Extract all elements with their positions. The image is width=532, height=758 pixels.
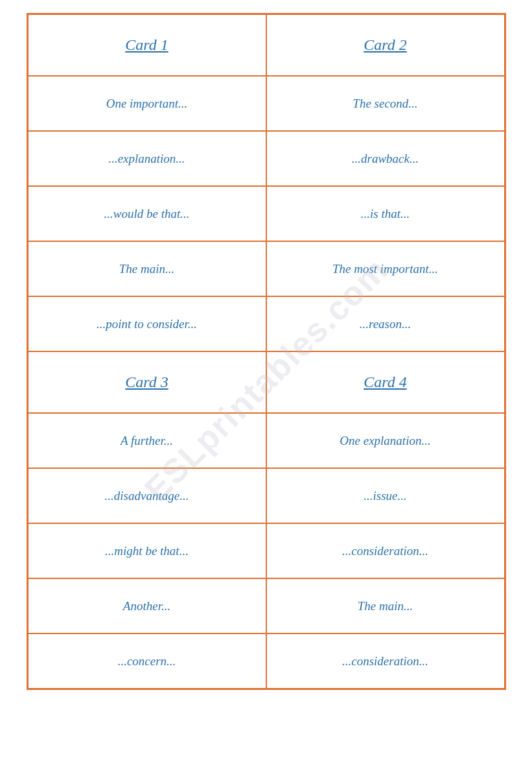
card-phrase: ...concern... xyxy=(118,654,176,669)
card-cell-11-0: ...concern... xyxy=(28,634,266,689)
card-phrase: The main... xyxy=(119,262,175,276)
card-cell-3-1: ...is that... xyxy=(266,186,505,241)
grid-row: ...point to consider......reason... xyxy=(28,296,505,351)
grid-row: Card 3Card 4 xyxy=(28,351,505,413)
grid-row: ...explanation......drawback... xyxy=(28,131,505,186)
grid-row: ...would be that......is that... xyxy=(28,186,505,241)
card-phrase: Another... xyxy=(123,599,170,613)
card-phrase: ...reason... xyxy=(360,317,411,331)
grid-row: The main...The most important... xyxy=(28,241,505,296)
card-cell-7-0: A further... xyxy=(28,413,266,468)
card-cell-5-1: ...reason... xyxy=(266,296,505,351)
card-title-6-0: Card 3 xyxy=(28,351,266,413)
page: ESLprintables.com Card 1Card 2One import… xyxy=(0,0,532,758)
grid-row: One important...The second... xyxy=(28,76,505,131)
card-phrase: The most important... xyxy=(332,262,438,276)
card-heading: Card 1 xyxy=(125,36,168,54)
card-phrase: ...would be that... xyxy=(104,207,190,221)
card-cell-8-0: ...disadvantage... xyxy=(28,468,266,523)
card-phrase: One explanation... xyxy=(340,434,430,448)
card-cell-2-0: ...explanation... xyxy=(28,131,266,186)
card-title-6-1: Card 4 xyxy=(266,351,505,413)
grid-row: Another...The main... xyxy=(28,578,505,634)
card-cell-7-1: One explanation... xyxy=(266,413,505,468)
card-phrase: ...point to consider... xyxy=(97,317,197,331)
card-phrase: One important... xyxy=(106,97,188,111)
card-phrase: ...consideration... xyxy=(342,654,428,669)
card-cell-9-1: ...consideration... xyxy=(266,523,505,578)
card-phrase: A further... xyxy=(121,434,173,448)
card-cell-1-0: One important... xyxy=(28,76,266,131)
card-cell-4-0: The main... xyxy=(28,241,266,296)
card-phrase: The second... xyxy=(353,97,417,111)
card-phrase: ...might be that... xyxy=(105,544,189,558)
card-phrase: ...disadvantage... xyxy=(105,489,189,503)
card-title-0-0: Card 1 xyxy=(28,14,266,76)
card-phrase: ...consideration... xyxy=(342,544,428,558)
grid-row: Card 1Card 2 xyxy=(28,14,505,76)
grid-row: ...might be that......consideration... xyxy=(28,523,505,578)
card-cell-11-1: ...consideration... xyxy=(266,634,505,689)
card-grid: Card 1Card 2One important...The second..… xyxy=(27,13,506,690)
card-cell-9-0: ...might be that... xyxy=(28,523,266,578)
card-cell-8-1: ...issue... xyxy=(266,468,505,523)
card-cell-10-0: Another... xyxy=(28,578,266,634)
card-phrase: ...drawback... xyxy=(352,152,419,166)
card-cell-10-1: The main... xyxy=(266,578,505,634)
card-cell-5-0: ...point to consider... xyxy=(28,296,266,351)
card-heading: Card 3 xyxy=(125,373,168,391)
card-cell-2-1: ...drawback... xyxy=(266,131,505,186)
card-cell-4-1: The most important... xyxy=(266,241,505,296)
grid-row: ...concern......consideration... xyxy=(28,634,505,689)
card-cell-3-0: ...would be that... xyxy=(28,186,266,241)
card-heading: Card 2 xyxy=(364,36,406,54)
card-phrase: The main... xyxy=(358,599,413,613)
card-phrase: ...is that... xyxy=(361,207,410,221)
card-cell-1-1: The second... xyxy=(266,76,505,131)
grid-row: ...disadvantage......issue... xyxy=(28,468,505,523)
grid-row: A further...One explanation... xyxy=(28,413,505,468)
card-phrase: ...issue... xyxy=(364,489,407,503)
card-phrase: ...explanation... xyxy=(108,152,185,166)
card-title-0-1: Card 2 xyxy=(266,14,505,76)
card-heading: Card 4 xyxy=(364,373,406,391)
